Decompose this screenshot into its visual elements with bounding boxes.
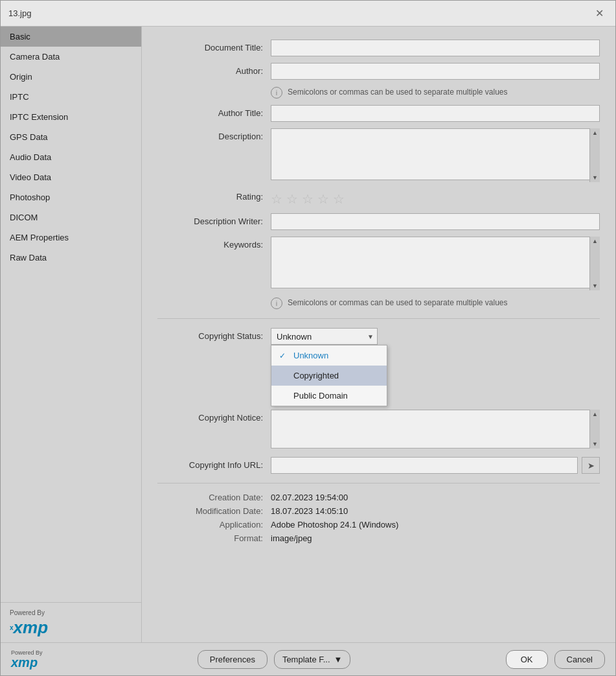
author-title-input-wrapper — [271, 105, 600, 122]
sidebar-item-gps-data[interactable]: GPS Data — [1, 127, 141, 147]
option-copyrighted-label: Copyrighted — [293, 371, 339, 380]
description-label: Description: — [157, 128, 271, 141]
option-public-domain-label: Public Domain — [293, 391, 348, 401]
author-hint-text: Semicolons or commas can be used to sepa… — [288, 86, 508, 97]
format-label: Format: — [157, 533, 271, 543]
keywords-hint-row: i Semicolons or commas can be used to se… — [157, 297, 600, 309]
sidebar-item-aem-properties[interactable]: AEM Properties — [1, 227, 141, 248]
copyright-notice-textarea-wrapper: ▲ ▼ — [271, 410, 600, 450]
modification-date-value: 18.07.2023 14:05:10 — [271, 506, 348, 516]
cancel-button[interactable]: Cancel — [554, 650, 605, 669]
url-go-button[interactable]: ➤ — [582, 457, 600, 474]
copyright-notice-row: Copyright Notice: ▲ ▼ — [157, 410, 600, 450]
modification-date-label: Modification Date: — [157, 506, 271, 516]
copyright-url-input[interactable] — [271, 457, 578, 474]
copyright-dropdown-wrapper: Unknown Copyrighted Public Domain ▼ ✓ Un… — [271, 328, 378, 345]
copyright-notice-scroll-up-icon[interactable]: ▲ — [592, 411, 598, 417]
sidebar-item-photoshop[interactable]: Photoshop — [1, 187, 141, 207]
powered-by-text: Powered By — [10, 609, 45, 616]
sidebar-item-camera-data[interactable]: Camera Data — [1, 47, 141, 67]
check-icon: ✓ — [279, 351, 288, 360]
rating-label: Rating: — [157, 189, 271, 202]
document-title-row: Document Title: — [157, 40, 600, 56]
option-unknown-label: Unknown — [293, 351, 328, 360]
application-label: Application: — [157, 520, 271, 530]
ok-button[interactable]: OK — [506, 650, 548, 669]
template-dropdown-arrow-icon: ▼ — [334, 655, 343, 664]
copyright-notice-label: Copyright Notice: — [157, 410, 271, 423]
template-dropdown[interactable]: Template F... ▼ — [274, 650, 351, 669]
sidebar-item-iptc[interactable]: IPTC — [1, 87, 141, 107]
star-5[interactable]: ☆ — [333, 191, 345, 207]
description-writer-input[interactable] — [271, 213, 600, 230]
scroll-down-icon[interactable]: ▼ — [592, 174, 598, 181]
copyright-url-label: Copyright Info URL: — [157, 457, 271, 470]
sidebar-item-audio-data[interactable]: Audio Data — [1, 147, 141, 167]
copyright-status-row: Copyright Status: Unknown Copyrighted Pu… — [157, 328, 600, 345]
creation-date-label: Creation Date: — [157, 493, 271, 502]
application-value: Adobe Photoshop 24.1 (Windows) — [271, 520, 398, 530]
copyright-status-select[interactable]: Unknown Copyrighted Public Domain — [271, 328, 378, 345]
copyright-notice-textarea[interactable] — [271, 410, 600, 449]
dropdown-option-unknown[interactable]: ✓ Unknown — [271, 345, 387, 366]
sidebar-list: Basic Camera Data Origin IPTC IPTC Exten… — [1, 27, 141, 602]
title-bar: 13.jpg ✕ — [1, 1, 615, 27]
dropdown-option-copyrighted[interactable]: Copyrighted — [271, 366, 387, 386]
preferences-button[interactable]: Preferences — [198, 650, 268, 669]
sidebar-item-basic[interactable]: Basic — [1, 27, 141, 47]
description-textarea[interactable] — [271, 128, 600, 180]
description-row: Description: ▲ ▼ — [157, 128, 600, 182]
keywords-label: Keywords: — [157, 237, 271, 250]
description-textarea-wrapper: ▲ ▼ — [271, 128, 600, 182]
author-row: Author: — [157, 63, 600, 80]
author-label: Author: — [157, 63, 271, 76]
author-title-label: Author Title: — [157, 105, 271, 118]
sidebar-item-origin[interactable]: Origin — [1, 67, 141, 87]
keywords-scroll-up-icon[interactable]: ▲ — [592, 238, 598, 244]
description-writer-input-wrapper — [271, 213, 600, 230]
format-row: Format: image/jpeg — [157, 533, 600, 543]
star-2[interactable]: ☆ — [286, 191, 298, 207]
keywords-textarea[interactable] — [271, 237, 600, 288]
document-title-input-wrapper — [271, 40, 600, 56]
sidebar: Basic Camera Data Origin IPTC IPTC Exten… — [1, 27, 142, 642]
author-title-row: Author Title: — [157, 105, 600, 122]
author-title-input[interactable] — [271, 105, 600, 122]
description-scrollbar[interactable]: ▲ ▼ — [589, 128, 600, 182]
xmp-bottom-logo: Powered By xmp — [11, 649, 43, 669]
sidebar-item-dicom[interactable]: DICOM — [1, 207, 141, 227]
copyright-url-row: Copyright Info URL: ➤ — [157, 457, 600, 474]
keywords-scrollbar[interactable]: ▲ ▼ — [589, 237, 600, 290]
sidebar-item-iptc-extension[interactable]: IPTC Extension — [1, 107, 141, 127]
sidebar-item-video-data[interactable]: Video Data — [1, 167, 141, 187]
xmp-logo: xmp — [14, 619, 48, 636]
copyright-dropdown-menu: ✓ Unknown Copyrighted Public Domain — [271, 345, 387, 406]
close-button[interactable]: ✕ — [591, 6, 608, 21]
sidebar-footer: Powered By x xmp — [1, 602, 141, 642]
rating-row: Rating: ☆ ☆ ☆ ☆ ☆ — [157, 189, 600, 207]
copyright-notice-scrollbar[interactable]: ▲ ▼ — [589, 410, 600, 449]
keywords-textarea-wrapper: ▲ ▼ — [271, 237, 600, 290]
document-title-label: Document Title: — [157, 40, 271, 52]
author-hint-row: i Semicolons or commas can be used to se… — [157, 86, 600, 99]
keywords-scroll-down-icon[interactable]: ▼ — [592, 283, 598, 289]
author-input[interactable] — [271, 63, 600, 80]
star-4[interactable]: ☆ — [317, 191, 329, 207]
description-writer-label: Description Writer: — [157, 213, 271, 226]
application-row: Application: Adobe Photoshop 24.1 (Windo… — [157, 520, 600, 530]
scroll-up-icon[interactable]: ▲ — [592, 130, 598, 136]
divider-2 — [157, 483, 600, 484]
dropdown-option-public-domain[interactable]: Public Domain — [271, 386, 387, 406]
bottom-center: Preferences Template F... ▼ — [198, 650, 351, 669]
creation-date-row: Creation Date: 02.07.2023 19:54:00 — [157, 493, 600, 502]
author-input-wrapper — [271, 63, 600, 80]
copyright-status-label: Copyright Status: — [157, 328, 271, 341]
star-3[interactable]: ☆ — [302, 191, 314, 207]
sidebar-item-raw-data[interactable]: Raw Data — [1, 248, 141, 268]
author-info-icon: i — [271, 87, 282, 99]
copyright-notice-scroll-down-icon[interactable]: ▼ — [592, 441, 598, 447]
star-1[interactable]: ☆ — [271, 191, 282, 207]
description-writer-row: Description Writer: — [157, 213, 600, 230]
bottom-left: Powered By xmp — [11, 649, 43, 669]
document-title-input[interactable] — [271, 40, 600, 56]
